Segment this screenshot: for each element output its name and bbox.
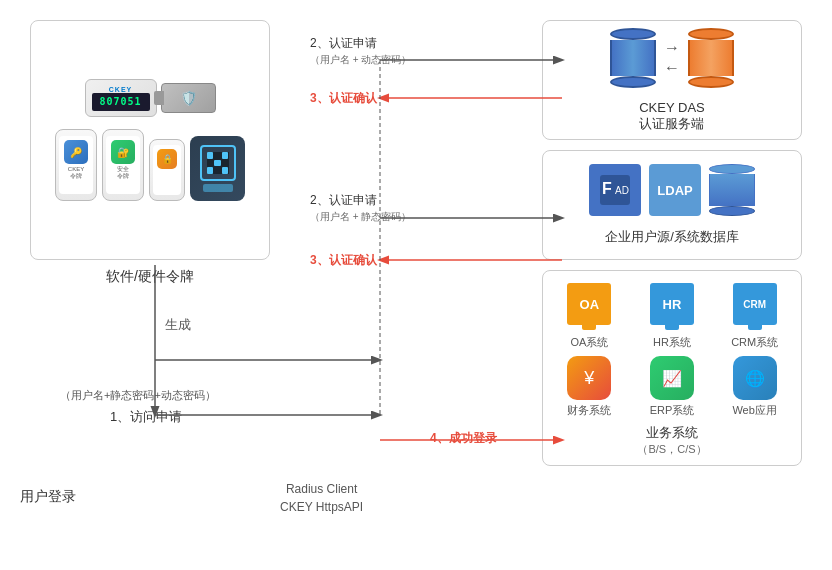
oa-monitor: OA — [567, 283, 611, 325]
generate-label: 生成 — [165, 316, 191, 334]
arrow-right-icon: → — [664, 39, 680, 57]
radius-client-label: Radius Client CKEY HttpsAPI — [280, 480, 363, 516]
cyl-cap — [610, 28, 656, 40]
phone-app-teal: 🔐 — [111, 140, 135, 164]
biz-title: 业务系统 — [646, 424, 698, 442]
phone-1: 🔑 CKEY令牌 — [55, 129, 97, 201]
phone-3-screen: 🔒 — [153, 145, 181, 195]
step1-label: 1、访问申请 — [110, 408, 182, 426]
qr-cell — [214, 152, 221, 159]
monitor-stand-2 — [665, 325, 679, 330]
biz-server-box: OA OA系统 HR HR系统 CRM CRM系统 — [542, 270, 802, 466]
scanner-inner — [207, 152, 229, 174]
das-name: CKEY DAS 认证服务端 — [639, 100, 705, 133]
db-icon-wrap — [709, 164, 755, 216]
ad-icon: F AD — [589, 164, 641, 216]
orange-cylinder — [688, 28, 734, 88]
biz-hr: HR HR系统 — [634, 283, 711, 350]
biz-web: 🌐 Web应用 — [716, 356, 793, 418]
mobile-row: 🔑 CKEY令牌 🔐 安全令牌 🔒 — [55, 129, 245, 201]
das-icons-row: → ← — [610, 28, 734, 88]
finance-icon: ¥ — [567, 356, 611, 400]
db-bot — [709, 206, 755, 216]
ldap-icons-row: F AD LDAP — [589, 164, 755, 216]
hr-label: HR — [663, 297, 682, 312]
erp-name: ERP系统 — [650, 403, 695, 418]
phone-3: 🔒 — [149, 139, 185, 201]
finance-name: 财务系统 — [567, 403, 611, 418]
erp-symbol: 📈 — [662, 369, 682, 388]
cyl-bot — [610, 76, 656, 88]
cyl-mid-2 — [688, 40, 734, 76]
ad-icon-wrap: F AD — [589, 164, 641, 216]
step3a-label: 3、认证确认 — [310, 90, 377, 107]
step2a-sub: （用户名 + 动态密码） — [310, 54, 411, 65]
biz-subtitle: （B/S，C/S） — [637, 442, 706, 457]
ldap-icon-wrap: LDAP — [649, 164, 701, 216]
phone-1-screen: 🔑 CKEY令牌 — [59, 136, 93, 194]
monitor-stand — [582, 325, 596, 330]
qr-cell — [214, 160, 221, 167]
biz-crm: CRM CRM系统 — [716, 283, 793, 350]
monitor-stand-3 — [748, 325, 762, 330]
step2a-label: 2、认证申请 （用户名 + 动态密码） — [310, 35, 411, 67]
blue-cylinder — [610, 28, 656, 88]
key-fob: CKEY 807051 — [85, 79, 157, 117]
step3b-text: 3、认证确认 — [310, 253, 377, 267]
cyl-bot-2 — [688, 76, 734, 88]
svg-text:AD: AD — [615, 185, 629, 196]
cyl-cap-2 — [688, 28, 734, 40]
biz-grid: OA OA系统 HR HR系统 CRM CRM系统 — [551, 283, 793, 418]
qr-cell — [214, 167, 221, 174]
step2b-label: 2、认证申请 （用户名 + 静态密码） — [310, 192, 411, 224]
web-icon: 🌐 — [733, 356, 777, 400]
web-name: Web应用 — [732, 403, 776, 418]
step1-num-text: 1、访问申请 — [110, 409, 182, 424]
qr-cell — [207, 152, 214, 159]
qr-cell — [207, 167, 214, 174]
step1-sub-label: （用户名+静态密码+动态密码） — [60, 388, 216, 403]
step2b-num: 2、认证申请 — [310, 193, 377, 207]
step4-label: 4、成功登录 — [430, 430, 497, 447]
hardware-tokens: CKEY 807051 🛡️ — [85, 79, 216, 117]
ldap-text: LDAP — [657, 183, 692, 198]
servers-container: → ← CKEY DAS 认证服务端 F AD — [542, 20, 802, 466]
ldap-name: 企业用户源/系统数据库 — [605, 228, 739, 246]
erp-icon: 📈 — [650, 356, 694, 400]
qr-scanner — [190, 136, 245, 201]
step4-text: 4、成功登录 — [430, 431, 497, 445]
phone-2: 🔐 安全令牌 — [102, 129, 144, 201]
hr-monitor: HR — [650, 283, 694, 325]
shield-icon: 🛡️ — [180, 90, 197, 106]
cyl-mid — [610, 40, 656, 76]
phone-app-blue: 🔑 — [64, 140, 88, 164]
oa-name: OA系统 — [570, 335, 608, 350]
key-fob-screen: 807051 — [92, 93, 150, 111]
step2a-num: 2、认证申请 — [310, 36, 377, 50]
arrow-left-icon: ← — [664, 59, 680, 77]
hr-name: HR系统 — [653, 335, 691, 350]
crm-label: CRM — [743, 299, 766, 310]
oa-label: OA — [580, 297, 600, 312]
token-images: CKEY 807051 🛡️ 🔑 CKEY令牌 🔐 — [41, 79, 259, 201]
ldap-server-box: F AD LDAP 企业用户源/系统数据库 — [542, 150, 802, 260]
token-box: CKEY 807051 🛡️ 🔑 CKEY令牌 🔐 — [30, 20, 270, 260]
usb-token: 🛡️ — [161, 83, 216, 113]
crm-monitor: CRM — [733, 283, 777, 325]
qr-cell — [207, 160, 214, 167]
ldap-icon: LDAP — [649, 164, 701, 216]
step3a-text: 3、认证确认 — [310, 91, 377, 105]
qr-cell — [222, 167, 229, 174]
step1-sub-text: （用户名+静态密码+动态密码） — [60, 389, 216, 401]
das-server-box: → ← CKEY DAS 认证服务端 — [542, 20, 802, 140]
radius-label-line2: CKEY HttpsAPI — [280, 500, 363, 514]
key-fob-number: 807051 — [99, 96, 141, 107]
generate-text: 生成 — [165, 317, 191, 332]
key-fob-brand: CKEY — [109, 86, 132, 93]
user-login-label: 用户登录 — [20, 488, 76, 506]
web-symbol: 🌐 — [745, 369, 765, 388]
phone-app-text2: 安全令牌 — [117, 166, 129, 180]
db-icon — [709, 164, 755, 216]
db-cap — [709, 164, 755, 174]
scanner-lens — [200, 145, 236, 181]
